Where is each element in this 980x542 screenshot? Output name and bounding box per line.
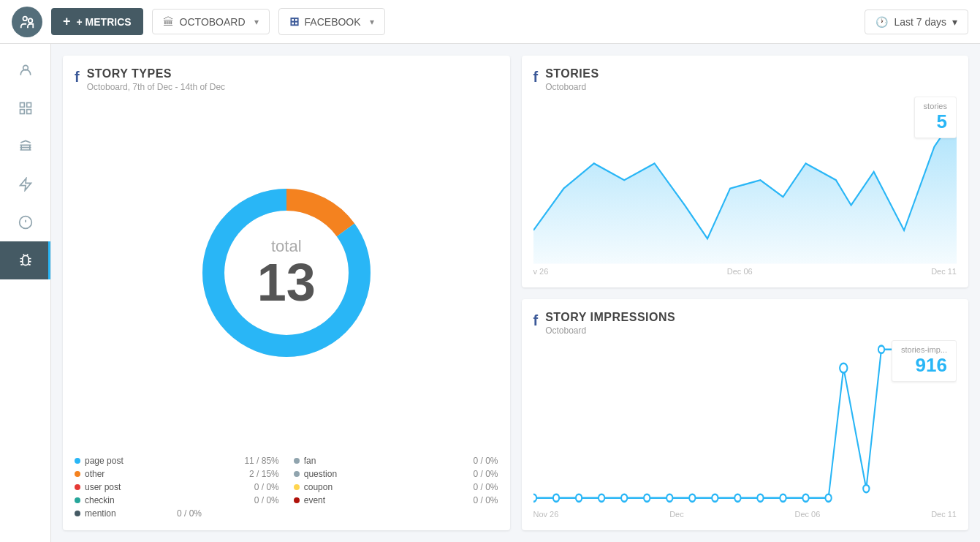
legend-item: user post 0 / 0% — [75, 482, 279, 492]
legend-dot — [294, 471, 300, 477]
legend-dot — [75, 484, 80, 490]
stories-title-block: STORIES Octoboard — [545, 67, 599, 92]
octoboard-dropdown[interactable]: 🏛 OCTOBOARD ▾ — [152, 9, 270, 34]
main-layout: f STORY TYPES Octoboard, 7th of Dec - 14… — [0, 44, 980, 542]
impressions-chart-area: stories-imp... 916 — [533, 340, 957, 508]
impressions-title-block: STORY IMPRESSIONS Octoboard — [545, 311, 675, 336]
legend-value: 0 / 0% — [254, 482, 279, 492]
legend-value: 0 / 0% — [473, 456, 498, 466]
impressions-header: f STORY IMPRESSIONS Octoboard — [533, 311, 957, 336]
logo-icon — [12, 7, 42, 37]
legend-name: question — [304, 469, 348, 479]
topnav: + + METRICS 🏛 OCTOBOARD ▾ ⊞ FACEBOOK ▾ 🕐… — [0, 0, 980, 44]
impressions-subtitle: Octoboard — [545, 325, 675, 336]
story-types-title: STORY TYPES — [87, 67, 225, 80]
sidebar — [0, 44, 51, 542]
svg-point-18 — [598, 494, 604, 501]
impressions-xaxis-dec: Dec — [669, 510, 684, 519]
legend-name: user post — [85, 482, 129, 492]
stories-badge: stories 5 — [914, 97, 957, 138]
stories-xaxis-v26: v 26 — [533, 267, 549, 276]
legend-value: 11 / 85% — [244, 456, 278, 466]
metrics-button[interactable]: + + METRICS — [51, 8, 143, 35]
story-types-subtitle: Octoboard, 7th of Dec - 14th of Dec — [87, 82, 225, 92]
svg-point-30 — [863, 485, 869, 492]
sidebar-item-bug[interactable] — [0, 241, 50, 279]
impressions-xaxis-dec11: Dec 11 — [931, 510, 957, 519]
chevron-down-icon-fb: ▾ — [370, 17, 374, 27]
sidebar-item-dashboard[interactable] — [0, 89, 50, 127]
legend-value: 0 / 0% — [254, 495, 279, 505]
legend-item-mention: mention 0 / 0% — [75, 508, 498, 519]
legend-dot — [294, 497, 300, 503]
svg-point-22 — [689, 494, 695, 501]
impressions-fb-icon: f — [533, 312, 539, 329]
svg-marker-7 — [20, 178, 31, 191]
impressions-xaxis-nov26: Nov 26 — [533, 510, 559, 519]
impressions-badge-label: stories-imp... — [901, 345, 947, 354]
svg-point-21 — [666, 494, 672, 501]
stories-chart-area: stories 5 — [533, 97, 957, 264]
time-label: Last 7 days — [894, 16, 946, 28]
svg-point-0 — [23, 16, 28, 20]
stories-title: STORIES — [545, 67, 599, 80]
svg-point-16 — [552, 494, 558, 501]
svg-marker-14 — [533, 113, 957, 264]
impressions-badge: stories-imp... 916 — [892, 340, 957, 382]
legend-dot — [75, 458, 80, 464]
impressions-xaxis-dec06: Dec 06 — [794, 510, 820, 519]
legend-value: 0 / 0% — [177, 508, 202, 519]
impressions-xaxis: Nov 26 Dec Dec 06 Dec 11 — [533, 507, 957, 519]
chevron-down-icon: ▾ — [254, 17, 259, 27]
legend-name: checkin — [85, 495, 129, 505]
svg-rect-3 — [20, 103, 24, 108]
clock-icon: 🕐 — [875, 16, 888, 28]
facebook-label: FACEBOOK — [305, 16, 361, 28]
svg-point-29 — [840, 363, 847, 372]
stories-xaxis: v 26 Dec 06 Dec 11 — [533, 264, 957, 276]
legend-item: checkin 0 / 0% — [75, 495, 279, 505]
impressions-title: STORY IMPRESSIONS — [545, 311, 675, 324]
stories-xaxis-dec06: Dec 06 — [727, 267, 753, 276]
legend-item: other 2 / 15% — [75, 469, 279, 479]
legend-value: 0 / 0% — [473, 482, 498, 492]
facebook-dropdown[interactable]: ⊞ FACEBOOK ▾ — [278, 8, 385, 35]
legend-item: question 0 / 0% — [294, 469, 498, 479]
legend: page post 11 / 85% fan 0 / 0% other 2 / … — [75, 456, 498, 519]
sidebar-item-bolt[interactable] — [0, 165, 50, 203]
sidebar-item-profile[interactable] — [0, 51, 50, 89]
stories-fb-icon: f — [533, 69, 539, 86]
svg-point-26 — [780, 494, 786, 501]
legend-name: fan — [304, 456, 348, 466]
svg-point-24 — [734, 494, 740, 501]
plus-icon: + — [63, 14, 71, 29]
stories-badge-value: 5 — [924, 110, 947, 133]
svg-point-27 — [802, 494, 808, 501]
svg-point-17 — [575, 494, 581, 501]
svg-point-25 — [757, 494, 763, 501]
legend-name: page post — [85, 456, 129, 466]
svg-rect-6 — [26, 110, 31, 114]
time-dropdown[interactable]: 🕐 Last 7 days ▾ — [865, 10, 968, 34]
legend-item: page post 11 / 85% — [75, 456, 279, 466]
legend-name: mention — [85, 508, 129, 519]
svg-point-1 — [29, 18, 33, 23]
legend-dot — [75, 471, 80, 477]
chevron-down-icon-time: ▾ — [952, 16, 957, 28]
legend-value: 2 / 15% — [249, 469, 279, 479]
octoboard-label: OCTOBOARD — [180, 16, 246, 28]
legend-dot — [75, 511, 80, 516]
legend-item: event 0 / 0% — [294, 495, 498, 505]
stories-subtitle: Octoboard — [545, 82, 599, 92]
metrics-label: + METRICS — [77, 16, 132, 28]
sidebar-item-info[interactable] — [0, 203, 50, 241]
legend-item: coupon 0 / 0% — [294, 482, 498, 492]
stories-xaxis-dec11: Dec 11 — [931, 267, 957, 276]
donut-wrapper: total 13 — [75, 97, 498, 448]
sidebar-item-bank[interactable] — [0, 127, 50, 165]
legend-dot — [75, 497, 80, 503]
stories-badge-label: stories — [924, 102, 947, 110]
story-types-header: f STORY TYPES Octoboard, 7th of Dec - 14… — [75, 67, 498, 92]
bank-icon: 🏛 — [163, 15, 174, 28]
story-types-card: f STORY TYPES Octoboard, 7th of Dec - 14… — [63, 56, 510, 530]
